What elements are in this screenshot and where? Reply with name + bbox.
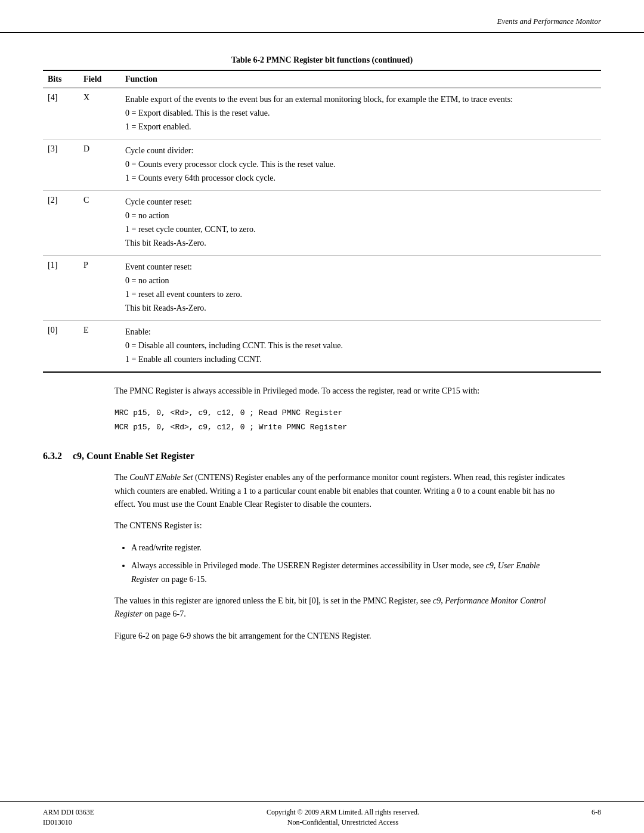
page-footer: ARM DDI 0363E ID013010 Copyright © 2009 … [0, 801, 644, 833]
main-content: Table 6-2 PMNC Register bit functions (c… [0, 33, 644, 687]
register-table: Bits Field Function [4] X Enable export … [43, 70, 601, 373]
table-row: [0] E Enable: 0 = Disable all counters, … [43, 321, 601, 373]
function-cell: Cycle count divider: 0 = Counts every pr… [120, 140, 601, 191]
italic-user-enable-register: c9, User Enable Register [131, 561, 540, 583]
code-block: MRC p15, 0, <Rd>, c9, c12, 0 ; Read PMNC… [114, 406, 565, 434]
header-title: Events and Performance Monitor [497, 17, 601, 26]
bits-cell: [3] [43, 140, 79, 191]
body-paragraph-1: The PMNC Register is always accessible i… [114, 385, 565, 398]
code-line-2: MCR p15, 0, <Rd>, c9, c12, 0 ; Write PMN… [114, 420, 565, 434]
function-cell: Event counter reset: 0 = no action 1 = r… [120, 256, 601, 321]
field-cell: E [79, 321, 120, 373]
col-header-function: Function [120, 70, 601, 88]
code-line-1: MRC p15, 0, <Rd>, c9, c12, 0 ; Read PMNC… [114, 406, 565, 420]
section-paragraph-1: The CouNT ENable Set (CNTENS) Register e… [114, 471, 565, 511]
table-row: [3] D Cycle count divider: 0 = Counts ev… [43, 140, 601, 191]
footer-doc-id: ARM DDI 0363E [43, 808, 94, 817]
section-number: 6.3.2 [43, 451, 62, 462]
footer-confidentiality: Non-Confidential, Unrestricted Access [267, 818, 419, 827]
footer-left: ARM DDI 0363E ID013010 [43, 808, 94, 827]
table-row: [4] X Enable export of the events to the… [43, 88, 601, 140]
col-header-bits: Bits [43, 70, 79, 88]
section-paragraph-4: Figure 6-2 on page 6-9 shows the bit arr… [114, 630, 565, 643]
field-cell: D [79, 140, 120, 191]
section-heading: 6.3.2 c9, Count Enable Set Register [43, 451, 601, 462]
table-title: Table 6-2 PMNC Register bit functions (c… [43, 55, 601, 65]
footer-page-number: 6-8 [592, 808, 601, 827]
bullet-text-2: Always accessible in Privileged mode. Th… [131, 561, 540, 583]
bits-cell: [4] [43, 88, 79, 140]
footer-copyright: Copyright © 2009 ARM Limited. All rights… [267, 808, 419, 817]
table-row: [2] C Cycle counter reset: 0 = no action… [43, 191, 601, 256]
section-title: c9, Count Enable Set Register [73, 451, 194, 462]
field-cell: P [79, 256, 120, 321]
italic-pmnc-register: c9, Performance Monitor Control Register [114, 596, 546, 618]
bullet-list: A read/write register. Always accessible… [131, 541, 565, 586]
section-paragraph-3: The values in this register are ignored … [114, 594, 565, 621]
footer-center: Copyright © 2009 ARM Limited. All rights… [267, 808, 419, 827]
field-cell: X [79, 88, 120, 140]
italic-count-enable: CouNT ENable Set [129, 473, 193, 482]
bullet-text-1: A read/write register. [131, 543, 202, 552]
bits-cell: [2] [43, 191, 79, 256]
table-row: [1] P Event counter reset: 0 = no action… [43, 256, 601, 321]
function-cell: Enable: 0 = Disable all counters, includ… [120, 321, 601, 373]
bits-cell: [1] [43, 256, 79, 321]
list-item: Always accessible in Privileged mode. Th… [131, 559, 565, 586]
col-header-field: Field [79, 70, 120, 88]
page-container: Events and Performance Monitor Table 6-2… [0, 0, 644, 833]
section-paragraph-2: The CNTENS Register is: [114, 519, 565, 532]
table-header-row: Bits Field Function [43, 70, 601, 88]
list-item: A read/write register. [131, 541, 565, 555]
bits-cell: [0] [43, 321, 79, 373]
function-cell: Enable export of the events to the event… [120, 88, 601, 140]
page-header: Events and Performance Monitor [0, 0, 644, 33]
function-cell: Cycle counter reset: 0 = no action 1 = r… [120, 191, 601, 256]
footer-release-id: ID013010 [43, 818, 94, 827]
field-cell: C [79, 191, 120, 256]
